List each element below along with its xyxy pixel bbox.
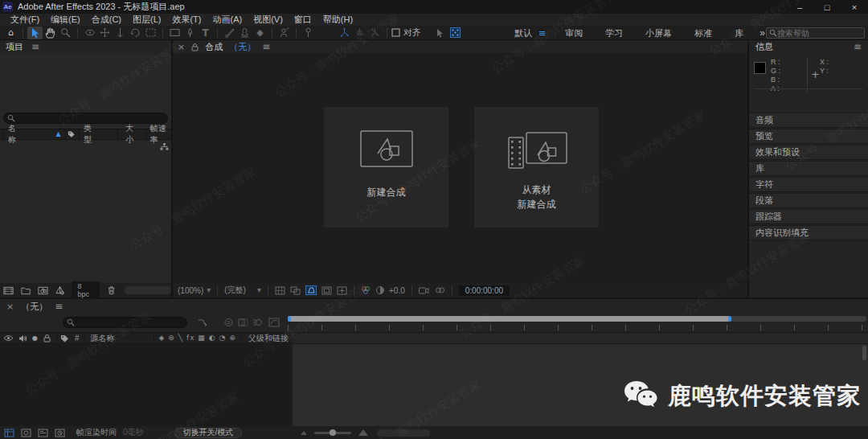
composition-name-none[interactable]: （无）	[229, 41, 256, 53]
panel-audio[interactable]: 音频	[749, 113, 868, 128]
layer-list-area[interactable]	[0, 344, 292, 426]
panel-effects-presets[interactable]: 效果和预设	[749, 145, 868, 160]
tool-clone-stamp[interactable]	[237, 27, 252, 39]
expand-layer-switches-icon[interactable]	[4, 429, 14, 437]
menu-animation[interactable]: 动画(A)	[207, 14, 248, 26]
time-ruler-ticks[interactable]	[288, 325, 866, 330]
help-search-input[interactable]	[777, 29, 854, 38]
solo-icon[interactable]: ●	[32, 335, 38, 342]
close-panel-icon[interactable]: ×	[6, 302, 14, 311]
timeline-tab-none[interactable]: （无）	[21, 301, 47, 313]
panel-libraries[interactable]: 库	[749, 161, 868, 176]
workspace-menu-icon[interactable]: ≡	[538, 29, 546, 38]
show-snapshot-icon[interactable]	[435, 286, 445, 294]
navigator-start-handle[interactable]	[288, 316, 291, 322]
axis-mode-view[interactable]	[367, 27, 383, 39]
new-composition-icon[interactable]	[38, 286, 48, 295]
new-composition-from-footage-button[interactable]: 从素材 新建合成	[474, 107, 599, 228]
video-eye-icon[interactable]	[3, 334, 14, 342]
workspace-tab-review[interactable]: 审阅	[565, 27, 583, 39]
timeline-search-box[interactable]	[63, 317, 187, 328]
bit-depth-button[interactable]: 8 bpc	[72, 281, 100, 299]
snapshot-camera-icon[interactable]	[419, 287, 429, 294]
layer-switch-icons[interactable]: ◈ ⊛ ╲ fx ▦ ◐ ◔ ⊕	[159, 334, 236, 342]
column-size[interactable]: 大小	[125, 123, 140, 146]
timeline-search-input[interactable]	[75, 318, 183, 327]
workspace-tab-default[interactable]: 默认	[514, 27, 532, 39]
column-source-name[interactable]: 源名称	[91, 333, 115, 344]
tab-info[interactable]: 信息	[755, 41, 773, 53]
composition-panel-menu-icon[interactable]: ≡	[262, 42, 270, 51]
column-name[interactable]: 名称	[8, 123, 23, 146]
tool-roto-brush[interactable]	[276, 27, 292, 39]
minimize-button[interactable]: –	[786, 0, 813, 14]
tool-orbit-camera[interactable]	[82, 27, 97, 39]
axis-mode-local[interactable]	[337, 27, 352, 39]
menu-file[interactable]: 文件(F)	[5, 14, 45, 26]
interpret-footage-icon[interactable]	[3, 286, 14, 295]
menu-window[interactable]: 窗口	[289, 14, 317, 26]
channel-colors-icon[interactable]	[361, 285, 371, 295]
menu-help[interactable]: 帮助(H)	[317, 14, 358, 26]
zoom-slider-handle[interactable]	[330, 429, 336, 436]
workspace-tab-standard[interactable]: 标准	[694, 27, 712, 39]
sort-ascending-icon[interactable]: ▲	[55, 131, 60, 137]
project-search-input[interactable]	[15, 114, 164, 123]
motion-blur-icon[interactable]	[252, 318, 263, 327]
tool-eraser[interactable]: ◆	[252, 27, 268, 39]
frame-blend-icon[interactable]	[238, 318, 248, 327]
exposure-icon[interactable]	[375, 285, 385, 295]
time-navigator-thumb[interactable]	[288, 316, 730, 322]
adjustment-layer-icon[interactable]	[55, 285, 64, 295]
tool-camera-region[interactable]	[143, 27, 158, 39]
resolution-select[interactable]: (完整)	[224, 285, 246, 296]
project-search-box[interactable]	[3, 113, 168, 124]
region-of-interest-icon[interactable]	[321, 286, 332, 295]
label-color-icon[interactable]	[60, 334, 69, 343]
snap-grid-button[interactable]	[448, 27, 463, 39]
toggle-switches-modes-button[interactable]: 切换开关/模式	[174, 428, 243, 438]
new-composition-button[interactable]: 新建合成	[324, 107, 448, 228]
new-folder-icon[interactable]	[21, 286, 31, 295]
panel-tracker[interactable]: 跟踪器	[749, 209, 868, 224]
zoom-in-mountain-icon[interactable]	[358, 429, 369, 437]
tool-brush[interactable]	[222, 27, 237, 39]
workspace-tab-libraries[interactable]: 库	[735, 27, 743, 39]
tab-project[interactable]: 项目	[6, 41, 23, 53]
info-panel-menu-icon[interactable]: ≡	[854, 42, 862, 51]
column-parent-link[interactable]: 父级和链接	[248, 333, 289, 344]
column-layer-number[interactable]: #	[75, 334, 80, 343]
maximize-button[interactable]: □	[813, 0, 841, 14]
tool-rotate[interactable]	[128, 27, 143, 39]
project-panel-menu-icon[interactable]: ≡	[31, 42, 39, 51]
menu-edit[interactable]: 编辑(E)	[45, 14, 86, 26]
trash-icon[interactable]	[108, 285, 115, 295]
workspace-tab-learn[interactable]: 学习	[605, 27, 623, 39]
tool-zoom[interactable]	[58, 27, 73, 39]
tool-pan-camera[interactable]	[97, 27, 113, 39]
exposure-value[interactable]: +0.0	[389, 286, 405, 295]
expand-in-out-icon[interactable]	[38, 429, 48, 437]
menu-layer[interactable]: 图层(L)	[127, 14, 166, 26]
shy-layers-icon[interactable]	[223, 318, 234, 327]
time-navigator-track[interactable]	[288, 316, 866, 322]
timeline-zoom-slider[interactable]	[314, 432, 351, 434]
panel-paragraph[interactable]: 段落	[749, 193, 868, 208]
center-crosshair-icon[interactable]	[337, 286, 347, 295]
home-button[interactable]: ⌂	[3, 27, 18, 39]
transparency-grid-icon[interactable]	[290, 286, 301, 295]
snap-cursor-button[interactable]	[432, 27, 448, 39]
panel-character[interactable]: 字符	[749, 177, 868, 192]
render-time-pane-icon[interactable]	[55, 429, 65, 437]
menu-view[interactable]: 视图(V)	[248, 14, 289, 26]
workspace-overflow-icon[interactable]: »	[760, 27, 765, 39]
close-button[interactable]: ×	[841, 0, 868, 14]
label-color-icon[interactable]	[68, 130, 76, 138]
tool-text[interactable]: T	[198, 27, 213, 39]
workspace-tab-small-screen[interactable]: 小屏幕	[645, 27, 672, 39]
tool-puppet-pin[interactable]	[301, 27, 316, 39]
column-type[interactable]: 类型	[84, 123, 98, 146]
tool-rectangle[interactable]	[167, 27, 182, 39]
tool-hand[interactable]	[43, 27, 58, 39]
tool-pen[interactable]	[182, 27, 198, 39]
